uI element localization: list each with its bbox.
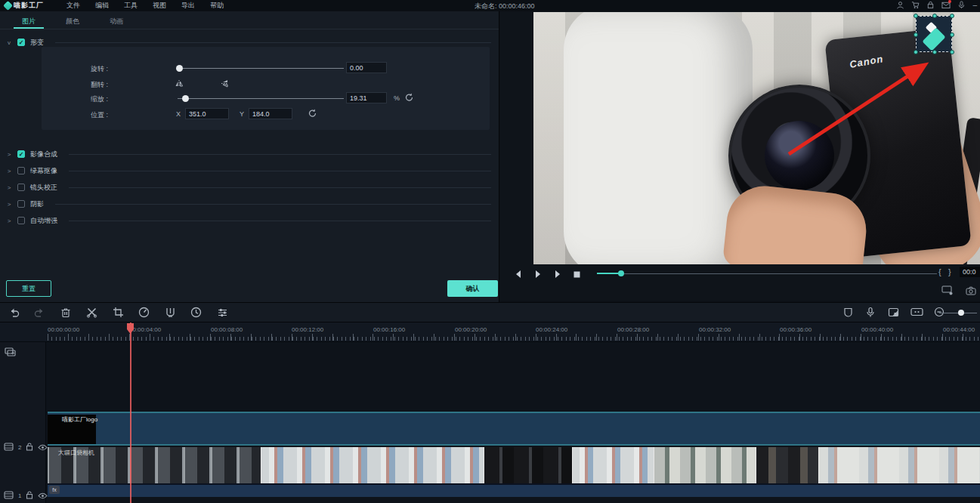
- section-auto-enhance[interactable]: > 自动增强: [0, 215, 499, 226]
- prev-frame-icon[interactable]: [514, 268, 523, 282]
- timeline-zoom-handle[interactable]: [958, 310, 964, 316]
- selection-handle[interactable]: [950, 50, 954, 54]
- track-lock-icon[interactable]: [26, 489, 33, 502]
- chevron-right-icon[interactable]: >: [6, 201, 12, 208]
- flip-h-icon[interactable]: [175, 79, 185, 90]
- chevron-right-icon[interactable]: >: [6, 184, 12, 191]
- record-mic-icon[interactable]: [866, 307, 875, 321]
- stop-icon[interactable]: [573, 268, 581, 282]
- mail-icon[interactable]: [941, 1, 951, 9]
- scale-reset-icon[interactable]: [404, 92, 414, 103]
- position-y-input[interactable]: 184.0: [249, 108, 292, 119]
- lens-correction-checkbox[interactable]: [17, 184, 25, 191]
- timeline-ruler[interactable]: 00:00:00:00 00:00:04:00 00:00:08:00 00:0…: [0, 322, 980, 342]
- selection-handle[interactable]: [950, 14, 954, 18]
- marker-icon[interactable]: [165, 307, 176, 321]
- menu-edit[interactable]: 编辑: [88, 1, 116, 11]
- section-greenscreen[interactable]: > 绿幕抠像: [0, 165, 499, 176]
- mixer-icon[interactable]: [217, 307, 228, 321]
- timeline-clip[interactable]: [484, 447, 572, 483]
- transform-checkbox[interactable]: ✓: [17, 39, 25, 46]
- shadow-checkbox[interactable]: [17, 200, 25, 208]
- render-icon[interactable]: [888, 307, 899, 321]
- timeline-clip[interactable]: [572, 447, 654, 483]
- scale-slider[interactable]: [178, 98, 344, 99]
- section-compositing[interactable]: > ✓ 影像合成: [0, 149, 499, 159]
- confirm-button[interactable]: 确认: [447, 280, 498, 297]
- split-icon[interactable]: [86, 307, 97, 321]
- chevron-right-icon[interactable]: >: [6, 218, 12, 224]
- rotate-slider-handle[interactable]: [176, 65, 183, 72]
- menu-help[interactable]: 帮助: [202, 1, 231, 11]
- position-reset-icon[interactable]: [308, 108, 317, 119]
- logo-overlay-selection[interactable]: [916, 16, 952, 52]
- rotate-slider[interactable]: [178, 68, 344, 69]
- chevron-right-icon[interactable]: >: [6, 151, 12, 158]
- manage-tracks-icon[interactable]: [5, 347, 17, 360]
- fit-screen-icon[interactable]: [941, 285, 953, 298]
- crop-icon[interactable]: [113, 307, 124, 321]
- seek-bar[interactable]: [597, 273, 937, 274]
- seek-handle[interactable]: [618, 270, 624, 276]
- chevron-right-icon[interactable]: >: [6, 168, 12, 174]
- play-icon[interactable]: [533, 268, 543, 282]
- zoom-out-icon[interactable]: [934, 307, 944, 320]
- mark-in-icon[interactable]: {: [938, 267, 941, 276]
- redo-icon[interactable]: [33, 307, 45, 321]
- section-shadow[interactable]: > 阴影: [0, 199, 499, 209]
- rotate-value-input[interactable]: 0.00: [346, 62, 387, 73]
- auto-enhance-checkbox[interactable]: [17, 217, 25, 224]
- selection-handle[interactable]: [914, 50, 918, 54]
- timeline-clip[interactable]: [261, 447, 484, 483]
- logo-clip[interactable]: 喵影工厂logo: [48, 412, 980, 446]
- compositing-checkbox[interactable]: ✓: [17, 150, 25, 158]
- timeline-clip[interactable]: [756, 447, 818, 483]
- menu-tools[interactable]: 工具: [116, 1, 145, 11]
- reset-button[interactable]: 重置: [6, 280, 51, 297]
- track-lock-icon[interactable]: [26, 440, 33, 454]
- greenscreen-checkbox[interactable]: [17, 167, 25, 174]
- undo-icon[interactable]: [9, 307, 20, 321]
- divider: [55, 42, 491, 43]
- position-x-input[interactable]: 351.0: [185, 108, 229, 119]
- logo-icon: [3, 1, 13, 11]
- menu-export[interactable]: 导出: [174, 1, 202, 11]
- minimize-icon[interactable]: –: [972, 2, 977, 9]
- playhead-line[interactable]: [130, 322, 131, 503]
- chevron-down-icon[interactable]: v: [6, 39, 12, 46]
- delete-icon[interactable]: [60, 307, 71, 321]
- flip-v-icon[interactable]: [220, 79, 230, 90]
- tab-animation[interactable]: 动画: [101, 13, 131, 29]
- scale-value-input[interactable]: 19.31: [346, 92, 387, 103]
- next-frame-icon[interactable]: [553, 268, 562, 282]
- scale-slider-handle[interactable]: [182, 95, 189, 102]
- shield-icon[interactable]: [843, 307, 853, 321]
- mark-out-icon[interactable]: }: [948, 267, 951, 276]
- mic-icon[interactable]: [957, 1, 966, 9]
- selection-handle[interactable]: [914, 32, 918, 37]
- cart-icon[interactable]: [911, 1, 920, 9]
- section-lens-correction[interactable]: > 镜头校正: [0, 182, 499, 193]
- red-arrow-annotation: [533, 12, 980, 264]
- playhead-marker[interactable]: [125, 322, 135, 335]
- menu-view[interactable]: 视图: [145, 1, 174, 11]
- selection-handle[interactable]: [950, 32, 954, 37]
- selection-handle[interactable]: [932, 50, 937, 54]
- tab-color[interactable]: 颜色: [57, 13, 88, 29]
- speed-icon[interactable]: [138, 307, 150, 321]
- timeline-clip[interactable]: [818, 447, 980, 483]
- menu-file[interactable]: 文件: [59, 1, 88, 11]
- selection-handle[interactable]: [914, 14, 918, 18]
- account-icon[interactable]: [896, 1, 904, 9]
- tab-image[interactable]: 图片: [14, 13, 44, 29]
- selection-handle[interactable]: [932, 14, 937, 18]
- video-preview[interactable]: Canon: [533, 12, 980, 264]
- clip-audio-strip[interactable]: [48, 483, 980, 497]
- timeline-clip[interactable]: [654, 447, 756, 483]
- snapshot-icon[interactable]: [966, 285, 976, 298]
- menu-bar: 喵影工厂 文件 编辑 工具 视图 导出 帮助 未命名: 00:00:46:00 …: [0, 0, 980, 11]
- lock-icon[interactable]: [926, 1, 935, 9]
- duration-icon[interactable]: [190, 307, 202, 321]
- keyframe-view-icon[interactable]: [910, 307, 923, 320]
- section-transform-header[interactable]: v ✓ 形变: [0, 37, 499, 48]
